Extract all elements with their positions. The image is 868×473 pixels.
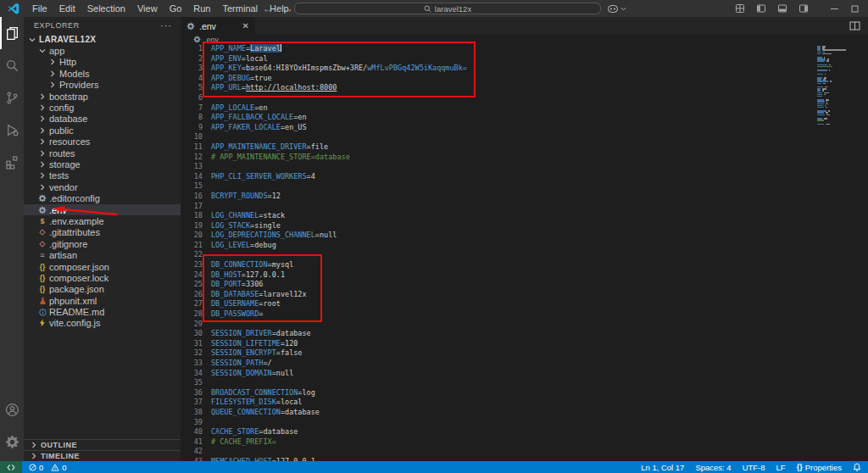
cursor-position[interactable]: Ln 1, Col 17 [641, 463, 684, 472]
tree-item-app[interactable]: app [24, 45, 181, 56]
code-line-8[interactable]: 8APP_FALLBACK_LOCALE=en [181, 113, 868, 123]
tree-item--env-example[interactable]: $.env.example [24, 215, 181, 226]
search-sidebar-icon[interactable] [0, 49, 24, 81]
tree-item-models[interactable]: Models [24, 68, 181, 79]
tree-item-bootstrap[interactable]: bootstrap [24, 91, 181, 102]
code-line-34[interactable]: 34SESSION_DOMAIN=null [181, 369, 868, 379]
code-line-5[interactable]: 5APP_URL=http://localhost:8000 [181, 83, 868, 93]
code-line-3[interactable]: 3APP_KEY=base64:HI8YOxHImspmsZbw+3RE/wMf… [181, 64, 868, 74]
code-line-13[interactable]: 13 [181, 162, 868, 172]
notifications-bell-icon[interactable] [853, 463, 861, 471]
tree-item-config[interactable]: config [24, 102, 181, 113]
tree-item--gitignore[interactable]: .gitignore [24, 238, 181, 249]
code-line-28[interactable]: 28DB_PASSWORD= [181, 309, 868, 320]
code-line-12[interactable]: 12# APP_MAINTENANCE_STORE=database [181, 153, 868, 163]
tree-item-vite-config-js[interactable]: vite.config.js [24, 318, 181, 329]
extensions-icon[interactable] [0, 146, 24, 178]
tree-item-readme-md[interactable]: README.md [24, 306, 181, 317]
code-line-31[interactable]: 31SESSION_LIFETIME=120 [181, 339, 868, 349]
code-line-14[interactable]: 14PHP_CLI_SERVER_WORKERS=4 [181, 172, 868, 182]
code-line-2[interactable]: 2APP_ENV=local [181, 54, 868, 64]
menu-terminal[interactable]: Terminal [217, 3, 264, 14]
code-line-1[interactable]: 1APP_NAME=Laravel [181, 44, 868, 54]
menu-edit[interactable]: Edit [53, 3, 81, 14]
eol-sequence[interactable]: LF [776, 463, 786, 472]
code-line-20[interactable]: 20LOG_DEPRECATIONS_CHANNEL=null [181, 231, 868, 241]
code-line-40[interactable]: 40CACHE_STORE=database [181, 427, 868, 437]
window-minimize-button[interactable] [830, 4, 839, 14]
code-line-32[interactable]: 32SESSION_ENCRYPT=false [181, 348, 868, 359]
remote-indicator[interactable] [0, 461, 22, 473]
indentation[interactable]: Spaces: 4 [695, 463, 731, 472]
tree-item--editorconfig[interactable]: .editorconfig [24, 192, 181, 203]
tree-item-storage[interactable]: storage [24, 159, 181, 170]
menu-run[interactable]: Run [187, 3, 216, 14]
code-line-22[interactable]: 22 [181, 250, 868, 260]
tree-item-laravel12x[interactable]: LARAVEL12X [24, 34, 181, 45]
tree-item-routes[interactable]: routes [24, 147, 181, 159]
tree-item--gitattributes[interactable]: .gitattributes [24, 227, 181, 238]
code-line-41[interactable]: 41# CACHE_PREFIX= [181, 437, 868, 448]
tree-item-package-json[interactable]: {}package.json [24, 284, 181, 295]
menu-file[interactable]: File [26, 3, 53, 14]
toggle-secondary-sidebar-icon[interactable] [798, 3, 809, 14]
nav-forward-icon[interactable]: → [283, 3, 293, 14]
code-line-27[interactable]: 27DB_USERNAME=root [181, 299, 868, 309]
menu-view[interactable]: View [131, 3, 164, 14]
code-line-36[interactable]: 36BROADCAST_CONNECTION=log [181, 388, 868, 398]
code-line-35[interactable]: 35 [181, 378, 868, 388]
code-line-25[interactable]: 25DB_PORT=3306 [181, 280, 868, 290]
sidebar-more-actions-icon[interactable]: ··· [160, 20, 172, 31]
code-line-19[interactable]: 19LOG_STACK=single [181, 221, 868, 231]
tree-item-providers[interactable]: Providers [24, 80, 181, 91]
split-editor-icon[interactable] [849, 21, 860, 31]
settings-gear-icon[interactable] [0, 426, 24, 458]
code-line-18[interactable]: 18LOG_CHANNEL=stack [181, 211, 868, 221]
code-line-21[interactable]: 21LOG_LEVEL=debug [181, 241, 868, 251]
customize-layout-icon[interactable] [735, 3, 745, 14]
tree-item-vendor[interactable]: vendor [24, 181, 181, 192]
code-line-30[interactable]: 30SESSION_DRIVER=database [181, 329, 868, 339]
code-line-38[interactable]: 38QUEUE_CONNECTION=database [181, 408, 868, 418]
encoding[interactable]: UTF-8 [743, 463, 765, 472]
toggle-primary-sidebar-icon[interactable] [756, 3, 766, 14]
warnings-indicator[interactable]: 0 [51, 463, 66, 472]
tab-close-icon[interactable]: ✕ [242, 22, 249, 31]
code-line-7[interactable]: 7APP_LOCALE=en [181, 103, 868, 114]
copilot-button[interactable] [607, 0, 626, 17]
code-line-16[interactable]: 16BCRYPT_ROUNDS=12 [181, 192, 868, 202]
tree-item-artisan[interactable]: ≡artisan [24, 249, 181, 260]
code-area[interactable]: 1APP_NAME=Laravel2APP_ENV=local3APP_KEY=… [181, 44, 868, 461]
tree-item-public[interactable]: public [24, 125, 181, 136]
command-center-search[interactable]: laravel12x [294, 3, 601, 14]
code-line-10[interactable]: 10 [181, 132, 868, 142]
code-line-33[interactable]: 33SESSION_PATH=/ [181, 359, 868, 369]
code-line-26[interactable]: 26DB_DATABASE=laravel12x [181, 290, 868, 300]
code-line-39[interactable]: 39 [181, 418, 868, 428]
menu-go[interactable]: Go [164, 3, 188, 14]
breadcrumb[interactable]: .env [181, 35, 868, 44]
code-line-29[interactable]: 29 [181, 320, 868, 330]
code-line-15[interactable]: 15 [181, 181, 868, 192]
tree-item-resources[interactable]: resources [24, 136, 181, 147]
code-line-6[interactable]: 6 [181, 93, 868, 103]
menu-selection[interactable]: Selection [81, 3, 131, 14]
source-control-icon[interactable] [0, 81, 24, 114]
toggle-panel-icon[interactable] [777, 3, 787, 14]
outline-section[interactable]: OUTLINE [24, 439, 181, 450]
tab-env[interactable]: .env ✕ [181, 17, 255, 35]
code-line-9[interactable]: 9APP_FAKER_LOCALE=en_US [181, 123, 868, 133]
code-line-42[interactable]: 42 [181, 447, 868, 457]
code-line-24[interactable]: 24DB_HOST=127.0.0.1 [181, 270, 868, 281]
nav-back-icon[interactable]: ← [263, 3, 273, 14]
tree-item--env[interactable]: .env [24, 204, 181, 215]
timeline-section[interactable]: TIMELINE [24, 450, 181, 461]
language-mode[interactable]: {} Properties [797, 463, 842, 472]
code-line-37[interactable]: 37FILESYSTEM_DISK=local [181, 398, 868, 408]
run-and-debug-icon[interactable] [0, 114, 24, 146]
tree-item-composer-json[interactable]: {}composer.json [24, 261, 181, 272]
code-line-11[interactable]: 11APP_MAINTENANCE_DRIVER=file [181, 142, 868, 153]
code-line-17[interactable]: 17 [181, 202, 868, 212]
errors-indicator[interactable]: 0 [29, 463, 43, 472]
tree-item-tests[interactable]: tests [24, 170, 181, 181]
